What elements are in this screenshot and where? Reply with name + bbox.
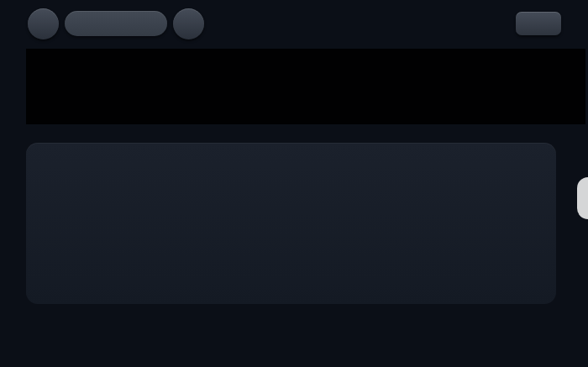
preset-selector[interactable] [65,11,167,36]
eq-response-graph [26,49,585,124]
bottom-tab-bar [0,322,588,367]
preset-memory-group [506,12,561,35]
reset-button[interactable] [516,12,561,35]
equalizer-bands-panel [26,143,556,304]
edge-drawer-handle[interactable] [577,177,588,219]
next-preset-button[interactable] [173,8,204,39]
next-bands-button[interactable] [556,218,576,247]
graph-db-axis [0,49,23,124]
top-bar [0,0,588,47]
previous-preset-button[interactable] [28,8,59,39]
graph-frequency-axis [26,125,585,135]
